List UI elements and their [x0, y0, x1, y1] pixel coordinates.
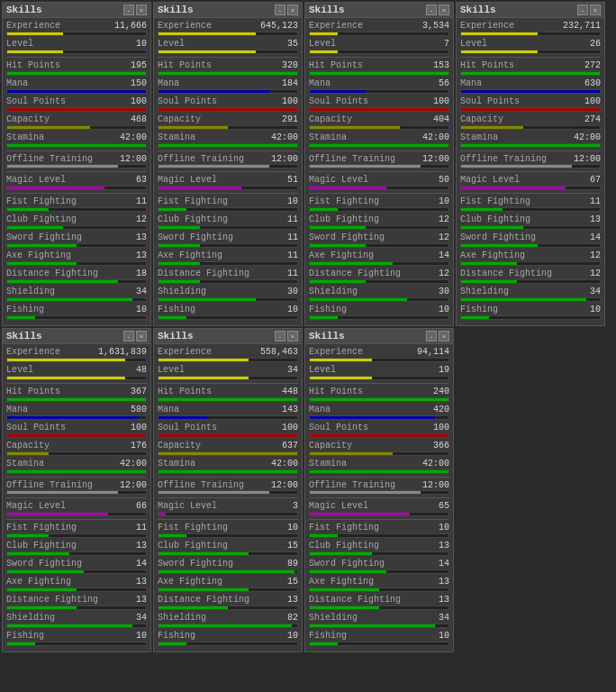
stat-value: 272: [584, 60, 601, 70]
offline-label: Offline Training: [158, 480, 244, 490]
stat-label: Experience: [6, 21, 60, 31]
close-button[interactable]: ×: [136, 331, 147, 341]
stat-value: 291: [282, 114, 298, 124]
skill-label: Fishing: [6, 631, 44, 641]
stat-row: Experience558,463: [158, 347, 298, 357]
stat-row: Hit Points448: [158, 387, 298, 396]
skill-value: 10: [136, 631, 147, 641]
skill-row: Fishing10: [309, 631, 449, 641]
minimize-button[interactable]: -: [426, 331, 437, 341]
skill-label: Shielding: [6, 287, 55, 296]
skill-row: Sword Fighting89: [158, 559, 298, 569]
stat-label: Capacity: [6, 441, 50, 451]
stat-value: 580: [131, 405, 147, 414]
skill-value: 18: [136, 269, 147, 278]
stat-value: 1,631,839: [98, 347, 147, 357]
panel-title: Skills: [6, 331, 42, 341]
skill-entry: Fishing10: [309, 631, 449, 646]
stat-row: Level10: [6, 39, 147, 49]
stat-label: Experience: [460, 21, 514, 31]
offline-label: Offline Training: [158, 154, 244, 164]
stat-label: Capacity: [158, 114, 201, 124]
offline-value: 12:00: [120, 480, 147, 490]
close-button[interactable]: ×: [590, 5, 601, 15]
stat-value: 240: [433, 387, 449, 396]
stat-label: Hit Points: [6, 387, 60, 396]
skill-value: 34: [136, 287, 147, 296]
panel-title: Skills: [6, 5, 42, 15]
skill-entry: Club Fighting12: [6, 214, 147, 230]
skill-row: Fishing10: [6, 305, 147, 314]
skill-row: Fist Fighting10: [158, 196, 298, 206]
skill-entry: Shielding34: [309, 613, 449, 628]
skill-entry: Distance Fighting13: [6, 595, 147, 610]
stat-label: Capacity: [158, 441, 201, 451]
skill-row: Axe Fighting11: [158, 250, 298, 260]
panel-controls: -×: [426, 331, 449, 341]
stat-row: Magic Level51: [158, 175, 298, 185]
panel-titlebar: Skills-×: [457, 3, 604, 18]
close-button[interactable]: ×: [136, 5, 147, 15]
skill-entry: Fist Fighting10: [158, 523, 298, 538]
stat-row: Experience3,534: [309, 21, 449, 31]
skill-value: 11: [287, 214, 298, 224]
skill-entry: Sword Fighting14: [309, 559, 449, 574]
stat-row: Experience11,666: [6, 21, 147, 31]
skills-panel: Skills-×Experience11,666Level10Hit Point…: [2, 2, 151, 326]
skill-row: Distance Fighting12: [460, 269, 601, 278]
stat-label: Soul Points: [158, 423, 217, 432]
close-button[interactable]: ×: [439, 331, 449, 341]
skill-row: Shielding30: [309, 287, 449, 296]
skill-row: Axe Fighting12: [460, 250, 601, 260]
stat-label: Soul Points: [6, 96, 66, 106]
stat-value: 468: [131, 114, 147, 124]
minimize-button[interactable]: -: [577, 5, 588, 15]
skill-entry: Club Fighting12: [309, 214, 449, 230]
stat-value: 184: [282, 78, 298, 88]
skill-value: 12: [439, 269, 449, 278]
minimize-button[interactable]: -: [123, 5, 134, 15]
skill-entry: Distance Fighting13: [158, 595, 298, 610]
skill-row: Shielding34: [309, 613, 449, 623]
stat-row: Soul Points100: [158, 96, 298, 106]
skill-entry: Axe Fighting12: [460, 250, 601, 266]
skill-entry: Fist Fighting10: [309, 196, 449, 212]
offline-label: Offline Training: [6, 154, 93, 164]
skill-label: Fist Fighting: [309, 196, 379, 206]
skill-label: Club Fighting: [309, 214, 379, 224]
skill-row: Sword Fighting13: [6, 232, 147, 242]
stat-row: Magic Level50: [309, 175, 449, 185]
skill-row: Fist Fighting11: [460, 196, 601, 206]
skill-row: Fishing10: [158, 305, 298, 314]
stat-label: Level: [460, 39, 487, 49]
minimize-button[interactable]: -: [275, 331, 285, 341]
skill-value: 10: [287, 631, 298, 641]
skill-label: Distance Fighting: [158, 269, 249, 278]
minimize-button[interactable]: -: [426, 5, 437, 15]
stat-row: Soul Points100: [6, 423, 147, 432]
minimize-button[interactable]: -: [275, 5, 285, 15]
stat-value: 42:00: [271, 459, 298, 469]
skill-row: Fishing10: [6, 631, 147, 641]
skill-entry: Fishing10: [460, 305, 601, 320]
stat-row: Hit Points240: [309, 387, 449, 396]
stat-row: Mana150: [6, 78, 147, 88]
skill-value: 14: [439, 250, 449, 260]
stat-value: 7: [444, 39, 449, 49]
panel-titlebar: Skills-×: [3, 329, 150, 344]
skill-label: Fishing: [309, 305, 347, 314]
close-button[interactable]: ×: [287, 5, 298, 15]
skills-panel: Skills-×Experience94,114Level19Hit Point…: [304, 328, 454, 652]
skill-row: Fist Fighting10: [309, 523, 449, 533]
stat-label: Soul Points: [158, 96, 217, 106]
skill-label: Fishing: [158, 631, 195, 641]
offline-value: 12:00: [574, 154, 601, 164]
minimize-button[interactable]: -: [123, 331, 134, 341]
skill-label: Axe Fighting: [6, 250, 71, 260]
stat-value: 11,666: [114, 21, 147, 31]
close-button[interactable]: ×: [287, 331, 298, 341]
close-button[interactable]: ×: [439, 5, 449, 15]
skill-entry: Fishing10: [6, 305, 147, 320]
skill-row: Fist Fighting10: [309, 196, 449, 206]
skill-value: 11: [287, 269, 298, 278]
